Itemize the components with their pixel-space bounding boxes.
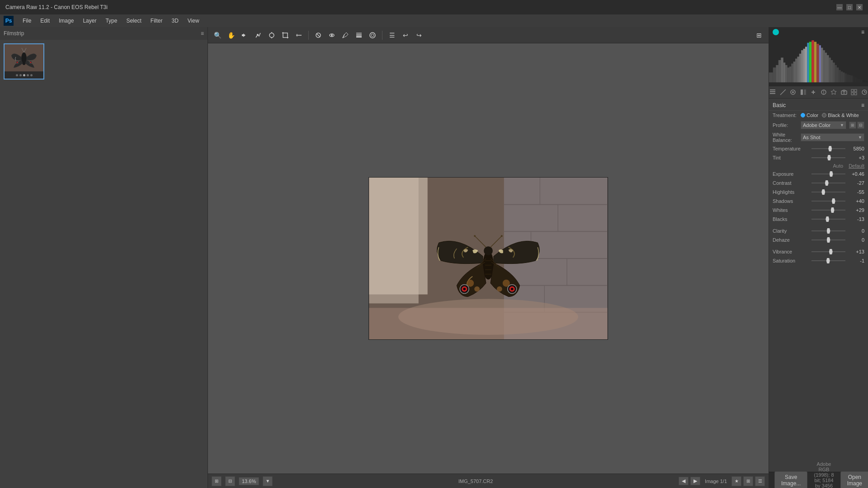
graduated-filter[interactable] (353, 29, 365, 41)
camera-calibration-icon[interactable] (840, 88, 848, 97)
profile-dropdown[interactable]: Adobe Color ▼ (801, 121, 846, 129)
wb-dropdown[interactable]: As Shot ▼ (801, 133, 864, 141)
hand-tool[interactable]: ✋ (225, 29, 237, 41)
tint-slider-thumb[interactable] (827, 155, 831, 160)
temperature-value[interactable]: 5850 (848, 146, 864, 151)
thumbnail-filename: IMG_5707.CR2 (5, 78, 43, 80)
clarity-slider-thumb[interactable] (827, 228, 830, 234)
zoom-tool[interactable]: 🔍 (212, 29, 223, 41)
zoom-dropdown[interactable]: ▼ (263, 476, 273, 486)
ps-logo: Ps (4, 16, 14, 26)
saturation-row: Saturation -1 (769, 256, 868, 265)
shadows-value[interactable]: +40 (848, 198, 864, 204)
compare-btn[interactable]: ⊞ (743, 476, 753, 486)
shadows-slider-track (811, 201, 845, 202)
filmstrip-menu-icon[interactable]: ≡ (201, 30, 204, 37)
bw-radio-btn[interactable] (822, 113, 826, 117)
whites-slider-thumb[interactable] (831, 207, 835, 213)
open-image-button[interactable]: Open Image (840, 471, 868, 488)
panel-collapse-chevron[interactable]: ≡ (861, 102, 864, 108)
effects-icon[interactable] (830, 88, 838, 97)
highlights-slider-track (811, 192, 845, 192)
exposure-slider-thumb[interactable] (830, 171, 833, 177)
minimize-button[interactable]: — (836, 4, 843, 10)
split-toning-icon[interactable] (800, 88, 807, 97)
shadows-label: Shadows (773, 198, 809, 204)
snapshots-icon[interactable] (861, 88, 868, 97)
zoom-display[interactable]: 13.6% (239, 477, 259, 485)
svg-point-11 (257, 34, 259, 36)
menu-file[interactable]: File (19, 16, 35, 26)
profile-browse-btn-1[interactable]: ⊞ (849, 122, 856, 129)
canvas-view-btn-2[interactable]: ⊟ (225, 476, 235, 486)
menu-select[interactable]: Select (123, 16, 145, 26)
rotate-ccw-button[interactable]: ↩ (400, 29, 411, 41)
contrast-slider-thumb[interactable] (825, 180, 829, 186)
svg-rect-95 (827, 55, 829, 82)
temperature-slider-thumb[interactable] (828, 146, 832, 151)
clarity-value[interactable]: 0 (848, 228, 864, 234)
next-image-btn[interactable]: ▶ (690, 477, 700, 485)
menu-view[interactable]: View (184, 16, 203, 26)
menu-3d[interactable]: 3D (168, 16, 182, 26)
bw-radio-item[interactable]: Black & White (822, 113, 859, 118)
presets-icon[interactable] (850, 88, 858, 97)
blacks-value[interactable]: -13 (848, 216, 864, 222)
radial-filter[interactable] (367, 29, 378, 41)
redeye-removal-tool[interactable] (326, 29, 338, 41)
hsl-icon[interactable] (789, 88, 797, 97)
dehaze-slider-thumb[interactable] (827, 237, 830, 243)
rotate-cw-button[interactable]: ↪ (413, 29, 425, 41)
highlights-slider-thumb[interactable] (821, 189, 825, 195)
tint-value[interactable]: +3 (848, 155, 864, 160)
spot-removal-tool[interactable] (312, 29, 324, 41)
auto-link[interactable]: Auto (833, 163, 844, 169)
basic-panel-icon[interactable] (769, 88, 777, 97)
profile-browse-btn-2[interactable]: ⊟ (857, 122, 864, 129)
menu-layer[interactable]: Layer (79, 16, 100, 26)
filmstrip-thumbnail[interactable]: IMG_5707.CR2 (4, 43, 44, 80)
grid-btn[interactable]: ☰ (755, 476, 765, 486)
white-balance-tool[interactable] (239, 29, 250, 41)
vibrance-value[interactable]: +13 (848, 249, 864, 254)
full-screen-button[interactable]: ⊞ (753, 29, 765, 41)
color-radio-item[interactable]: Color (801, 113, 818, 118)
prev-image-btn[interactable]: ◀ (679, 477, 689, 485)
shadows-slider-thumb[interactable] (832, 198, 835, 204)
clarity-slider-container (811, 228, 845, 234)
basic-panel: Basic ≡ Treatment: Color Black & White (769, 99, 868, 472)
rating-btn[interactable]: ★ (731, 476, 741, 486)
shadows-slider-container (811, 198, 845, 204)
targeted-adjustment-tool[interactable] (266, 29, 278, 41)
blacks-slider-thumb[interactable] (826, 216, 829, 222)
dehaze-value[interactable]: 0 (848, 237, 864, 243)
exposure-row: Exposure +0.46 (769, 169, 868, 178)
saturation-slider-thumb[interactable] (826, 258, 830, 263)
saturation-value[interactable]: -1 (848, 258, 864, 263)
close-button[interactable]: ✕ (856, 4, 863, 10)
panel-collapse-btn[interactable]: ≡ (861, 29, 864, 35)
svg-rect-74 (783, 62, 785, 82)
default-link[interactable]: Default (849, 163, 864, 169)
preferences-button[interactable]: ☰ (386, 29, 398, 41)
menu-filter[interactable]: Filter (147, 16, 166, 26)
maximize-button[interactable]: □ (846, 4, 853, 10)
whites-value[interactable]: +29 (848, 207, 864, 213)
menu-edit[interactable]: Edit (37, 16, 53, 26)
menu-type[interactable]: Type (102, 16, 121, 26)
detail-icon[interactable] (810, 88, 817, 97)
vibrance-slider-thumb[interactable] (829, 249, 833, 254)
highlights-value[interactable]: -55 (848, 189, 864, 195)
straighten-tool[interactable] (293, 29, 305, 41)
lens-corrections-icon[interactable] (820, 88, 828, 97)
exposure-value[interactable]: +0.46 (848, 171, 864, 177)
save-image-button[interactable]: Save Image... (774, 471, 807, 488)
tone-curve-icon[interactable] (779, 88, 787, 97)
crop-tool[interactable] (279, 29, 291, 41)
contrast-value[interactable]: -27 (848, 180, 864, 186)
adjustment-brush[interactable] (340, 29, 351, 41)
canvas-view-btn-1[interactable]: ⊞ (212, 476, 222, 486)
menu-image[interactable]: Image (55, 16, 77, 26)
color-sampler-tool[interactable] (252, 29, 264, 41)
color-radio-btn[interactable] (801, 113, 805, 117)
